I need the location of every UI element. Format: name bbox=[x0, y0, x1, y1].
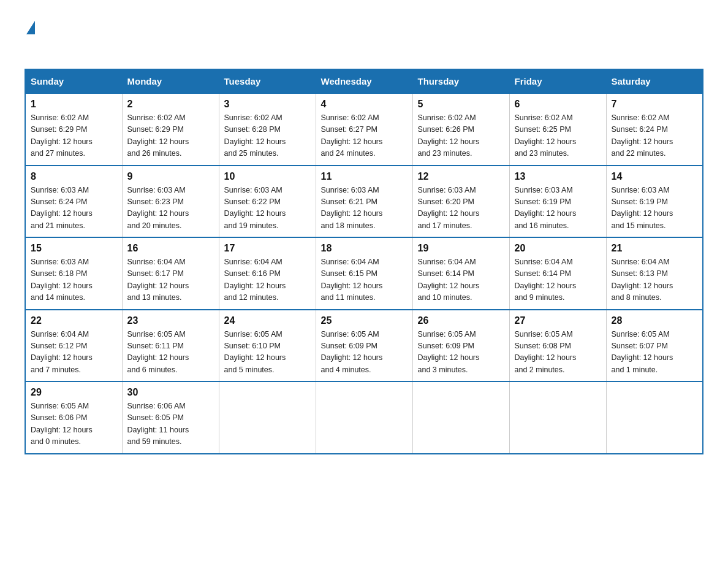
calendar-cell bbox=[606, 381, 703, 454]
calendar-cell: 2Sunrise: 6:02 AMSunset: 6:29 PMDaylight… bbox=[122, 93, 219, 166]
day-number: 14 bbox=[612, 171, 698, 182]
day-info: Sunrise: 6:02 AMSunset: 6:27 PMDaylight:… bbox=[321, 112, 408, 160]
calendar-cell: 23Sunrise: 6:05 AMSunset: 6:11 PMDayligh… bbox=[122, 310, 219, 382]
calendar-cell: 22Sunrise: 6:04 AMSunset: 6:12 PMDayligh… bbox=[25, 310, 122, 382]
day-info: Sunrise: 6:05 AMSunset: 6:08 PMDaylight:… bbox=[515, 329, 601, 377]
day-number: 19 bbox=[418, 243, 504, 254]
day-number: 25 bbox=[321, 315, 408, 326]
calendar-cell: 4Sunrise: 6:02 AMSunset: 6:27 PMDaylight… bbox=[316, 93, 412, 166]
day-number: 12 bbox=[418, 171, 504, 182]
day-info: Sunrise: 6:04 AMSunset: 6:17 PMDaylight:… bbox=[127, 256, 214, 304]
calendar-cell: 20Sunrise: 6:04 AMSunset: 6:14 PMDayligh… bbox=[509, 237, 606, 310]
day-number: 8 bbox=[31, 171, 117, 182]
day-info: Sunrise: 6:02 AMSunset: 6:29 PMDaylight:… bbox=[127, 112, 214, 160]
day-number: 17 bbox=[224, 243, 311, 254]
col-header-thursday: Thursday bbox=[412, 69, 509, 93]
day-number: 5 bbox=[418, 99, 504, 110]
calendar-cell: 18Sunrise: 6:04 AMSunset: 6:15 PMDayligh… bbox=[316, 237, 412, 310]
calendar-cell: 21Sunrise: 6:04 AMSunset: 6:13 PMDayligh… bbox=[606, 237, 703, 310]
day-number: 11 bbox=[321, 171, 408, 182]
calendar-cell bbox=[509, 381, 606, 454]
day-info: Sunrise: 6:03 AMSunset: 6:23 PMDaylight:… bbox=[127, 185, 214, 232]
day-number: 24 bbox=[224, 315, 311, 326]
calendar-week-row: 29Sunrise: 6:05 AMSunset: 6:06 PMDayligh… bbox=[25, 381, 703, 454]
calendar-cell: 15Sunrise: 6:03 AMSunset: 6:18 PMDayligh… bbox=[25, 237, 122, 310]
day-number: 27 bbox=[515, 315, 601, 326]
col-header-wednesday: Wednesday bbox=[316, 69, 412, 93]
calendar-cell: 1Sunrise: 6:02 AMSunset: 6:29 PMDaylight… bbox=[25, 93, 122, 166]
day-info: Sunrise: 6:04 AMSunset: 6:16 PMDaylight:… bbox=[224, 256, 311, 304]
calendar-cell: 16Sunrise: 6:04 AMSunset: 6:17 PMDayligh… bbox=[122, 237, 219, 310]
day-number: 9 bbox=[127, 171, 214, 182]
day-info: Sunrise: 6:04 AMSunset: 6:12 PMDaylight:… bbox=[31, 329, 117, 377]
calendar-cell: 13Sunrise: 6:03 AMSunset: 6:19 PMDayligh… bbox=[509, 166, 606, 238]
day-number: 3 bbox=[224, 99, 311, 110]
col-header-sunday: Sunday bbox=[25, 69, 122, 93]
calendar-cell: 30Sunrise: 6:06 AMSunset: 6:05 PMDayligh… bbox=[122, 381, 219, 454]
day-info: Sunrise: 6:03 AMSunset: 6:21 PMDaylight:… bbox=[321, 185, 408, 232]
day-info: Sunrise: 6:03 AMSunset: 6:19 PMDaylight:… bbox=[515, 185, 601, 232]
day-info: Sunrise: 6:02 AMSunset: 6:29 PMDaylight:… bbox=[31, 112, 117, 160]
day-info: Sunrise: 6:02 AMSunset: 6:28 PMDaylight:… bbox=[224, 112, 311, 160]
day-number: 21 bbox=[612, 243, 698, 254]
calendar-header-row: SundayMondayTuesdayWednesdayThursdayFrid… bbox=[25, 69, 703, 93]
calendar-cell: 8Sunrise: 6:03 AMSunset: 6:24 PMDaylight… bbox=[25, 166, 122, 238]
day-info: Sunrise: 6:02 AMSunset: 6:25 PMDaylight:… bbox=[515, 112, 601, 160]
day-info: Sunrise: 6:03 AMSunset: 6:18 PMDaylight:… bbox=[31, 256, 117, 304]
calendar-week-row: 1Sunrise: 6:02 AMSunset: 6:29 PMDaylight… bbox=[25, 93, 703, 166]
day-info: Sunrise: 6:04 AMSunset: 6:14 PMDaylight:… bbox=[418, 256, 504, 304]
day-info: Sunrise: 6:04 AMSunset: 6:15 PMDaylight:… bbox=[321, 256, 408, 304]
calendar-cell: 9Sunrise: 6:03 AMSunset: 6:23 PMDaylight… bbox=[122, 166, 219, 238]
day-number: 29 bbox=[31, 387, 117, 398]
calendar-week-row: 22Sunrise: 6:04 AMSunset: 6:12 PMDayligh… bbox=[25, 310, 703, 382]
day-number: 22 bbox=[31, 315, 117, 326]
day-info: Sunrise: 6:02 AMSunset: 6:24 PMDaylight:… bbox=[612, 112, 698, 160]
day-info: Sunrise: 6:03 AMSunset: 6:24 PMDaylight:… bbox=[31, 185, 117, 232]
day-info: Sunrise: 6:02 AMSunset: 6:26 PMDaylight:… bbox=[418, 112, 504, 160]
calendar-cell: 29Sunrise: 6:05 AMSunset: 6:06 PMDayligh… bbox=[25, 381, 122, 454]
day-info: Sunrise: 6:06 AMSunset: 6:05 PMDaylight:… bbox=[127, 400, 214, 448]
day-info: Sunrise: 6:05 AMSunset: 6:10 PMDaylight:… bbox=[224, 329, 311, 377]
calendar-cell: 7Sunrise: 6:02 AMSunset: 6:24 PMDaylight… bbox=[606, 93, 703, 166]
calendar-cell: 25Sunrise: 6:05 AMSunset: 6:09 PMDayligh… bbox=[316, 310, 412, 382]
day-number: 2 bbox=[127, 99, 214, 110]
day-number: 16 bbox=[127, 243, 214, 254]
calendar-cell: 27Sunrise: 6:05 AMSunset: 6:08 PMDayligh… bbox=[509, 310, 606, 382]
day-number: 1 bbox=[31, 99, 117, 110]
calendar-cell: 14Sunrise: 6:03 AMSunset: 6:19 PMDayligh… bbox=[606, 166, 703, 238]
day-info: Sunrise: 6:05 AMSunset: 6:09 PMDaylight:… bbox=[321, 329, 408, 377]
calendar-week-row: 8Sunrise: 6:03 AMSunset: 6:24 PMDaylight… bbox=[25, 166, 703, 238]
logo bbox=[25, 18, 35, 54]
day-info: Sunrise: 6:05 AMSunset: 6:11 PMDaylight:… bbox=[127, 329, 214, 377]
day-number: 4 bbox=[321, 99, 408, 110]
day-info: Sunrise: 6:05 AMSunset: 6:09 PMDaylight:… bbox=[418, 329, 504, 377]
day-info: Sunrise: 6:03 AMSunset: 6:22 PMDaylight:… bbox=[224, 185, 311, 232]
day-info: Sunrise: 6:04 AMSunset: 6:14 PMDaylight:… bbox=[515, 256, 601, 304]
col-header-friday: Friday bbox=[509, 69, 606, 93]
day-number: 23 bbox=[127, 315, 214, 326]
day-info: Sunrise: 6:04 AMSunset: 6:13 PMDaylight:… bbox=[612, 256, 698, 304]
day-info: Sunrise: 6:05 AMSunset: 6:07 PMDaylight:… bbox=[612, 329, 698, 377]
calendar-cell: 26Sunrise: 6:05 AMSunset: 6:09 PMDayligh… bbox=[412, 310, 509, 382]
page-header bbox=[25, 18, 703, 54]
day-info: Sunrise: 6:03 AMSunset: 6:20 PMDaylight:… bbox=[418, 185, 504, 232]
day-number: 6 bbox=[515, 99, 601, 110]
logo-triangle-icon bbox=[26, 21, 35, 34]
day-number: 10 bbox=[224, 171, 311, 182]
day-number: 13 bbox=[515, 171, 601, 182]
calendar-cell: 10Sunrise: 6:03 AMSunset: 6:22 PMDayligh… bbox=[219, 166, 316, 238]
calendar-cell: 19Sunrise: 6:04 AMSunset: 6:14 PMDayligh… bbox=[412, 237, 509, 310]
calendar-cell bbox=[412, 381, 509, 454]
calendar-cell bbox=[219, 381, 316, 454]
calendar-cell: 12Sunrise: 6:03 AMSunset: 6:20 PMDayligh… bbox=[412, 166, 509, 238]
calendar-cell: 24Sunrise: 6:05 AMSunset: 6:10 PMDayligh… bbox=[219, 310, 316, 382]
day-number: 30 bbox=[127, 387, 214, 398]
day-number: 26 bbox=[418, 315, 504, 326]
calendar-table: SundayMondayTuesdayWednesdayThursdayFrid… bbox=[25, 69, 703, 454]
day-number: 28 bbox=[612, 315, 698, 326]
day-number: 20 bbox=[515, 243, 601, 254]
day-number: 7 bbox=[612, 99, 698, 110]
col-header-monday: Monday bbox=[122, 69, 219, 93]
day-number: 18 bbox=[321, 243, 408, 254]
calendar-cell: 3Sunrise: 6:02 AMSunset: 6:28 PMDaylight… bbox=[219, 93, 316, 166]
